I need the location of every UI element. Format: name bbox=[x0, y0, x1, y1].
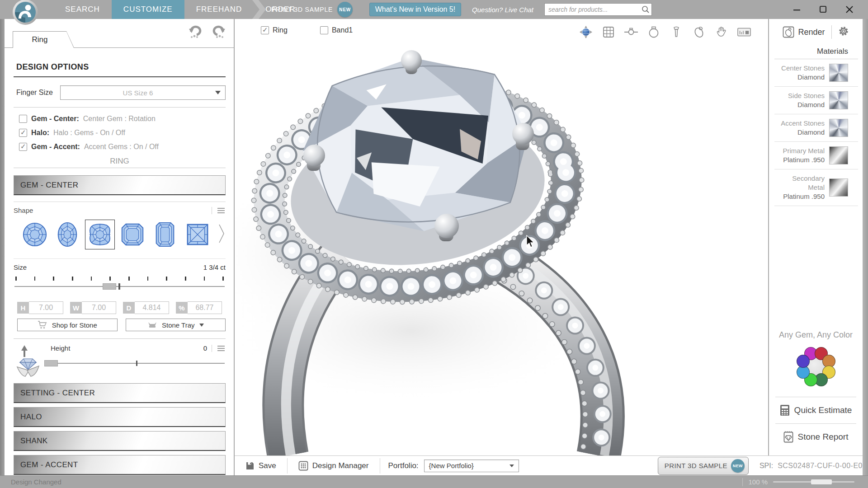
render-button[interactable]: Render bbox=[783, 26, 825, 38]
measure-tool-icon[interactable] bbox=[737, 25, 751, 39]
height-slider-handle[interactable] bbox=[44, 360, 58, 366]
layer-ring-label: Ring bbox=[273, 26, 288, 34]
portfolio-value: {New Portfolio} bbox=[425, 462, 509, 469]
ring-side-view-icon[interactable] bbox=[624, 25, 638, 39]
size-slider[interactable] bbox=[14, 282, 225, 291]
stone-report-label: Stone Report bbox=[798, 432, 849, 442]
print-3d-sample-link[interactable]: PRINT 3D SAMPLE NEW bbox=[271, 0, 353, 19]
design-manager-label: Design Manager bbox=[312, 461, 369, 470]
diamond-swatch[interactable] bbox=[829, 91, 848, 109]
zoom-slider[interactable] bbox=[773, 481, 854, 483]
toggle-desc: Center Gem : Rotation bbox=[83, 115, 156, 123]
stone-report-button[interactable]: Stone Report bbox=[769, 424, 863, 450]
menu-freehand[interactable]: FREEHAND bbox=[184, 0, 254, 19]
print-3d-sample-button-label: PRINT 3D SAMPLE bbox=[665, 462, 727, 469]
toggle-label: Halo: bbox=[31, 129, 49, 137]
any-gem-any-color-label: Any Gem, Any Color bbox=[769, 330, 863, 340]
toggle-halo-gems[interactable]: Halo: Halo : Gems - On / Off bbox=[19, 129, 226, 137]
breadcrumb-arrow-icon bbox=[251, 0, 267, 19]
render-label: Render bbox=[798, 28, 825, 37]
color-wheel[interactable] bbox=[795, 346, 837, 388]
spi-readout: SPI: SCS02487-CUF-0-00-E0 bbox=[760, 462, 863, 470]
shape-round[interactable] bbox=[20, 220, 50, 249]
maximize-button[interactable] bbox=[818, 5, 828, 14]
diamond-swatch[interactable] bbox=[829, 119, 848, 137]
menu-customize[interactable]: CUSTOMIZE bbox=[112, 0, 184, 19]
stone-tray-dropdown[interactable]: Stone Tray bbox=[126, 319, 226, 331]
shape-emerald[interactable] bbox=[150, 220, 180, 249]
window-right-edge[interactable] bbox=[863, 19, 868, 475]
shop-for-stone-button[interactable]: Shop for Stone bbox=[17, 319, 118, 331]
metal-swatch[interactable] bbox=[829, 178, 848, 197]
grid-tool-icon[interactable] bbox=[602, 25, 615, 39]
minimize-button[interactable] bbox=[792, 5, 802, 14]
print-3d-sample-button[interactable]: PRINT 3D SAMPLE NEW bbox=[658, 457, 749, 475]
toggle-gem-center-rotation[interactable]: Gem - Center: Center Gem : Rotation bbox=[19, 115, 226, 123]
ring-perspective-view-icon[interactable] bbox=[692, 25, 706, 39]
checkbox-checked-icon[interactable] bbox=[19, 129, 27, 137]
panel-shank[interactable]: SHANK bbox=[14, 431, 226, 451]
gear-icon[interactable] bbox=[838, 26, 849, 38]
dim-h-input[interactable] bbox=[29, 301, 63, 314]
shape-oval[interactable] bbox=[52, 220, 82, 249]
material-primary-metal[interactable]: Primary Metal Platinum .950 bbox=[774, 142, 858, 169]
layer-toggle-band1[interactable]: Band1 bbox=[320, 26, 353, 34]
ring-front-view-icon[interactable] bbox=[647, 25, 660, 39]
whats-new-button[interactable]: What's New in Version 5! bbox=[369, 3, 461, 16]
size-slider-handle[interactable] bbox=[103, 283, 116, 290]
pan-tool-icon[interactable] bbox=[715, 25, 728, 39]
shape-asscher[interactable] bbox=[118, 220, 147, 249]
search-input[interactable] bbox=[545, 4, 640, 15]
window-controls bbox=[792, 0, 854, 19]
dim-d-input[interactable] bbox=[135, 301, 169, 314]
finger-size-select[interactable]: US Size 6 bbox=[60, 85, 226, 100]
material-side-stones[interactable]: Side Stones Diamond bbox=[774, 87, 858, 114]
checkbox-checked-icon[interactable] bbox=[19, 143, 27, 151]
close-button[interactable] bbox=[844, 5, 854, 14]
checkbox-checked-icon[interactable] bbox=[261, 26, 269, 34]
checkbox-unchecked-icon[interactable] bbox=[19, 115, 27, 123]
material-center-stones[interactable]: Center Stones Diamond bbox=[774, 59, 858, 87]
shape-princess[interactable] bbox=[183, 220, 212, 249]
layer-toggle-ring[interactable]: Ring bbox=[261, 26, 288, 34]
checkbox-unchecked-icon[interactable] bbox=[320, 26, 328, 34]
tab-ring[interactable]: Ring bbox=[13, 31, 74, 48]
quick-estimate-label: Quick Estimate bbox=[794, 405, 852, 415]
more-shapes-chevron[interactable] bbox=[218, 221, 225, 248]
save-button[interactable]: Save bbox=[235, 461, 287, 470]
panel-halo[interactable]: HALO bbox=[14, 407, 226, 427]
live-chat-link[interactable]: Question? Live Chat bbox=[472, 6, 533, 14]
shape-list-icon[interactable] bbox=[212, 207, 226, 214]
ring-profile-view-icon[interactable] bbox=[670, 25, 683, 39]
height-slider[interactable] bbox=[44, 359, 225, 367]
quick-estimate-button[interactable]: Quick Estimate bbox=[769, 397, 863, 423]
viewport-3d[interactable]: Ring Band1 bbox=[235, 19, 769, 455]
toggle-label: Gem - Center: bbox=[31, 115, 79, 123]
zoom-slider-handle[interactable] bbox=[811, 479, 832, 484]
color-dot-indigo[interactable] bbox=[797, 355, 810, 368]
orbit-tool-icon[interactable] bbox=[579, 25, 593, 39]
dim-w-input[interactable] bbox=[82, 301, 116, 314]
topbar: SEARCH CUSTOMIZE FREEHAND ORDER PRINT 3D… bbox=[0, 0, 868, 19]
sidebar-tab-strip: Ring bbox=[5, 32, 234, 48]
material-secondary-metal[interactable]: Secondary Metal Platinum .950 bbox=[774, 169, 858, 206]
status-message: Design Changed bbox=[0, 478, 61, 486]
panel-gem-accent[interactable]: GEM - ACCENT bbox=[14, 455, 226, 475]
diamond-swatch[interactable] bbox=[829, 64, 848, 82]
tray-icon bbox=[147, 321, 157, 328]
design-manager-button[interactable]: Design Manager bbox=[288, 461, 380, 471]
material-accent-stones[interactable]: Accent Stones Diamond bbox=[774, 114, 858, 142]
metal-swatch[interactable] bbox=[829, 146, 848, 164]
panel-setting-center[interactable]: SETTING - CENTER bbox=[14, 383, 226, 403]
dim-pct-input[interactable] bbox=[188, 301, 222, 314]
print-3d-sample-label: PRINT 3D SAMPLE bbox=[271, 6, 333, 13]
panel-gem-center[interactable]: GEM - CENTER bbox=[14, 175, 226, 195]
app-logo-icon[interactable] bbox=[12, 0, 39, 26]
menu-search[interactable]: SEARCH bbox=[53, 0, 112, 19]
portfolio-select[interactable]: {New Portfolio} bbox=[424, 460, 519, 472]
dim-pct-label: % bbox=[176, 302, 188, 314]
search-icon[interactable] bbox=[640, 5, 651, 14]
toggle-accent-gems[interactable]: Gem - Accent: Accent Gems : On / Off bbox=[19, 143, 226, 151]
shape-cushion-selected[interactable] bbox=[85, 220, 115, 249]
height-list-icon[interactable] bbox=[212, 345, 226, 352]
